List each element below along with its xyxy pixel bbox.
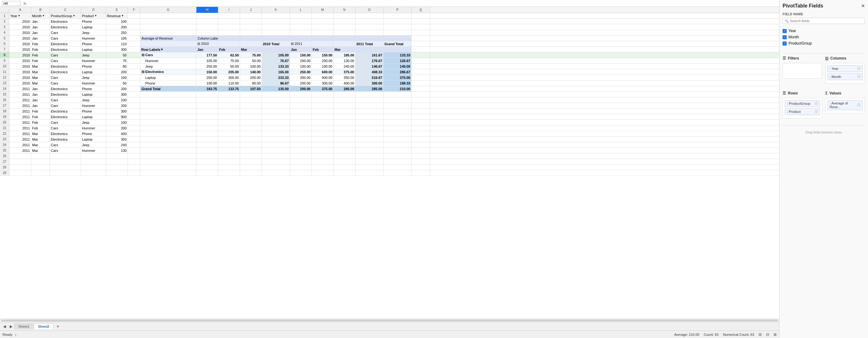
table-row: 17 2011JanCarsHummer200: [0, 103, 779, 109]
cell-e3[interactable]: 200: [106, 24, 128, 30]
cell-i2: [218, 19, 240, 24]
cell-f2: [128, 19, 140, 24]
grid-view-btn[interactable]: ⊞: [758, 332, 762, 337]
cell-b3[interactable]: Jan: [31, 24, 50, 30]
pivot-sidebar: PivotTable Fields ✕ FIELD NAME 🔍 ✓ Year …: [779, 0, 868, 338]
col-header-d[interactable]: D: [81, 7, 106, 13]
field-item-month[interactable]: ✓ Month: [782, 34, 865, 40]
rows-icon: ☰: [782, 91, 786, 95]
col-header-q[interactable]: Q: [411, 7, 430, 13]
table-row: 11 2010 Mar Electronics Laptop 200 ⊟ Ele…: [0, 69, 779, 75]
year-info-btn[interactable]: ⓘ: [858, 66, 861, 71]
cell-n2: [334, 19, 355, 24]
column-tag-month[interactable]: : Month ⓘ: [828, 73, 863, 80]
search-icon: 🔍: [785, 19, 788, 23]
close-sidebar-button[interactable]: ✕: [861, 3, 865, 8]
columns-label: Columns: [830, 56, 846, 61]
year-checkbox[interactable]: ✓: [782, 29, 786, 33]
row-tag-productgroup[interactable]: : ProductGroup ⓘ: [785, 100, 820, 107]
pivot-grand-total-row: Grand Total: [140, 86, 196, 91]
col-header-g[interactable]: G: [140, 7, 196, 13]
preview-view-btn[interactable]: ⊠: [774, 332, 777, 337]
page-view-btn[interactable]: ⊟: [766, 332, 769, 337]
tab-sheet1[interactable]: Sheet1: [14, 324, 33, 329]
row-tag-product[interactable]: : Product ⓘ: [785, 108, 820, 115]
col-header-m[interactable]: M: [312, 7, 334, 13]
column-tag-year[interactable]: : Year ⓘ: [828, 65, 863, 72]
col-header-p[interactable]: P: [383, 7, 411, 13]
productgroup-info-btn[interactable]: ⓘ: [815, 101, 818, 106]
name-box[interactable]: [2, 1, 21, 6]
values-label: Values: [829, 91, 841, 95]
col-header-o[interactable]: O: [355, 7, 383, 13]
value-tag-average[interactable]: : Average of Reve... ⓘ: [828, 100, 863, 110]
tab-add-button[interactable]: +: [54, 323, 62, 330]
status-bar: Ready ↕ Average: 210.00 Count: 63 Numeri…: [0, 331, 779, 338]
col-header-i[interactable]: I: [218, 7, 240, 13]
month-info-btn[interactable]: ⓘ: [858, 74, 861, 79]
tab-sheet2[interactable]: Sheet2: [34, 324, 53, 329]
col-header-k[interactable]: K: [262, 7, 290, 13]
field-item-productgroup[interactable]: ✓ ProductGroup: [782, 40, 865, 47]
sheet-nav-next[interactable]: ▶: [8, 324, 14, 329]
pivot-average-label: Average of Revenue: [140, 35, 196, 41]
pivot-areas: ☰ Filters ||| Columns : Year ⓘ: [782, 56, 865, 123]
col-header-c[interactable]: C: [50, 7, 81, 13]
fx-icon: fx: [24, 2, 27, 5]
corner-cell: [0, 7, 9, 12]
col-header-b[interactable]: B: [31, 7, 50, 13]
productgroup-label: ProductGroup: [788, 41, 812, 45]
ready-label: Ready: [2, 333, 12, 336]
table-row: 16 2011JanCarsJeep100: [0, 97, 779, 103]
cell-b1[interactable]: Month▼: [31, 13, 50, 19]
col-header-n[interactable]: N: [334, 7, 355, 13]
cell-p2: [383, 19, 411, 24]
filters-area: ☰ Filters: [782, 56, 822, 84]
cell-g1: [140, 13, 196, 19]
cell-c3[interactable]: Electronics: [50, 24, 81, 30]
pivot-phone-row: Phone: [140, 81, 196, 86]
table-row: 8 2010 Feb Cars Jeep 50 ⊟ Cars 177.50 62…: [0, 52, 779, 58]
cell-a2[interactable]: 2010: [9, 19, 31, 24]
search-fields-input[interactable]: [790, 19, 863, 23]
horizontal-scrollbar[interactable]: [0, 319, 779, 322]
cell-c2[interactable]: Electronics: [50, 19, 81, 24]
field-item-year[interactable]: ✓ Year: [782, 28, 865, 34]
table-row: 5 2010 Jan Cars Hummer 105 Average of Re…: [0, 35, 779, 41]
table-row: 28: [0, 165, 779, 170]
values-box[interactable]: : Average of Reve... ⓘ: [825, 98, 865, 114]
col-header-f[interactable]: F: [128, 7, 140, 13]
row-header-2: 2: [0, 19, 9, 24]
col-header-e[interactable]: E: [106, 7, 128, 13]
cell-c1[interactable]: ProductGroup▼: [50, 13, 81, 19]
rows-box[interactable]: : ProductGroup ⓘ : Product ⓘ: [782, 98, 822, 119]
field-name-label: FIELD NAME: [782, 12, 865, 16]
cell-q1: [411, 13, 430, 19]
cell-a3[interactable]: 2010: [9, 24, 31, 30]
cell-d1[interactable]: Product▼: [81, 13, 106, 19]
cell-d2[interactable]: Phone: [81, 19, 106, 24]
cell-e2[interactable]: 100: [106, 19, 128, 24]
col-header-a[interactable]: A: [9, 7, 31, 13]
columns-icon: |||: [825, 56, 828, 61]
rows-label: Rows: [788, 91, 798, 95]
columns-box[interactable]: : Year ⓘ : Month ⓘ: [825, 63, 865, 84]
year-label: Year: [788, 29, 796, 33]
col-header-h[interactable]: H: [196, 7, 218, 13]
cell-e1[interactable]: Revenue▼: [106, 13, 128, 19]
cell-k1: [262, 13, 290, 19]
product-info-btn[interactable]: ⓘ: [815, 110, 818, 114]
col-header-j[interactable]: J: [240, 7, 262, 13]
month-checkbox[interactable]: ✓: [782, 35, 786, 39]
cell-a1[interactable]: Year▼: [9, 13, 31, 19]
productgroup-checkbox[interactable]: ✓: [782, 41, 786, 45]
cell-b2[interactable]: Jan: [31, 19, 50, 24]
cell-q2: [411, 19, 430, 24]
cell-d3[interactable]: Laptop: [81, 24, 106, 30]
average-info-btn[interactable]: ⓘ: [858, 103, 861, 107]
sheet-nav-prev[interactable]: ◀: [1, 324, 8, 329]
filters-box[interactable]: [782, 63, 822, 79]
col-header-l[interactable]: L: [290, 7, 312, 13]
table-row: 29: [0, 170, 779, 176]
cell-j2: [240, 19, 262, 24]
